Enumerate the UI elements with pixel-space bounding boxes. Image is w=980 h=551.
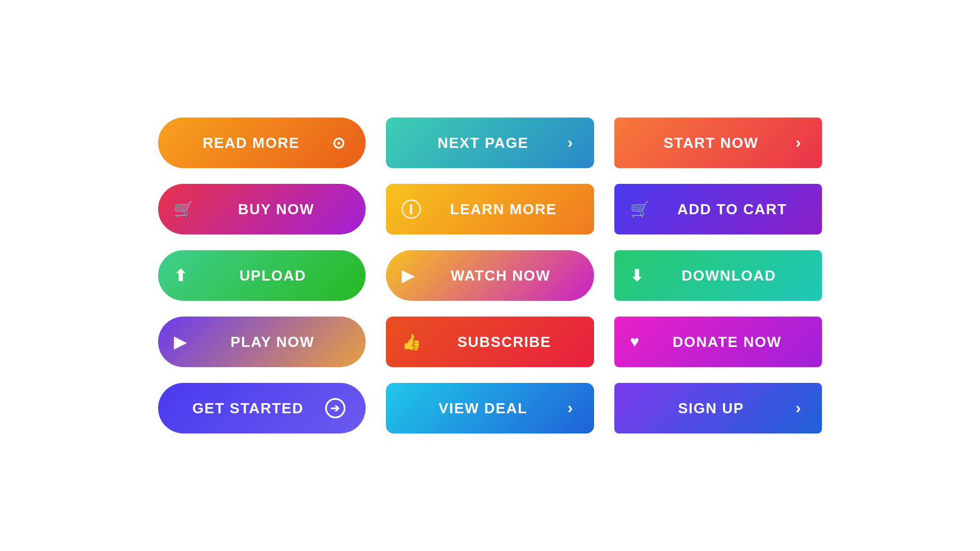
arrow-circle-icon: ➔ [325,398,345,418]
view-deal-label: VIEW DEAL [406,400,560,417]
start-now-button[interactable]: START NOW › [614,118,822,168]
get-started-label: GET STARTED [178,400,317,417]
get-started-button[interactable]: GET STARTED ➔ [158,383,366,433]
watch-now-label: WATCH NOW [423,267,578,284]
play-now-label: PLAY NOW [195,333,350,351]
subscribe-label: SUBSCRIBE [430,333,578,351]
buy-now-label: BUY NOW [203,201,350,218]
donate-now-button[interactable]: ♥ DONATE NOW [614,317,822,367]
next-page-button[interactable]: NEXT PAGE › [386,118,594,168]
read-more-label: READ MORE [178,134,324,152]
cart-plus-icon: 🛒 [630,200,651,219]
chevron-right-icon: › [795,399,802,417]
buy-now-button[interactable]: 🛒 BUY NOW [158,184,366,234]
next-page-label: NEXT PAGE [406,134,560,152]
thumbs-up-icon: 👍 [402,333,422,351]
arrow-circle-icon: ⊙ [332,134,346,152]
play-triangle-icon: ▶ [174,333,187,351]
start-now-label: START NOW [635,134,788,152]
chevron-right-icon: › [568,399,574,417]
heart-icon: ♥ [630,333,640,351]
upload-icon: ⬆ [174,267,188,285]
subscribe-button[interactable]: 👍 SUBSCRIBE [386,317,594,367]
play-now-button[interactable]: ▶ PLAY NOW [158,317,366,367]
donate-now-label: DONATE NOW [648,333,806,351]
download-icon: ⬇ [630,267,644,285]
add-to-cart-button[interactable]: 🛒 ADD TO CART [614,184,822,234]
cart-icon: 🛒 [174,200,195,219]
button-grid: READ MORE ⊙ NEXT PAGE › START NOW › 🛒 BU… [124,84,856,467]
learn-more-label: LEARN MORE [429,201,578,218]
sign-up-label: SIGN UP [635,400,788,417]
upload-button[interactable]: ⬆ UPLOAD [158,250,366,301]
watch-now-button[interactable]: ▶ WATCH NOW [386,250,594,301]
download-label: DOWNLOAD [651,267,806,284]
chevron-right-icon: › [795,134,802,152]
play-icon: ▶ [402,267,415,285]
chevron-right-icon: › [568,134,574,152]
learn-more-button[interactable]: i LEARN MORE [386,184,594,234]
view-deal-button[interactable]: VIEW DEAL › [386,383,594,433]
download-button[interactable]: ⬇ DOWNLOAD [614,250,822,301]
sign-up-button[interactable]: SIGN UP › [614,383,822,433]
read-more-button[interactable]: READ MORE ⊙ [158,118,366,168]
info-icon: i [402,200,421,219]
add-to-cart-label: ADD TO CART [658,201,806,218]
upload-label: UPLOAD [196,267,350,284]
